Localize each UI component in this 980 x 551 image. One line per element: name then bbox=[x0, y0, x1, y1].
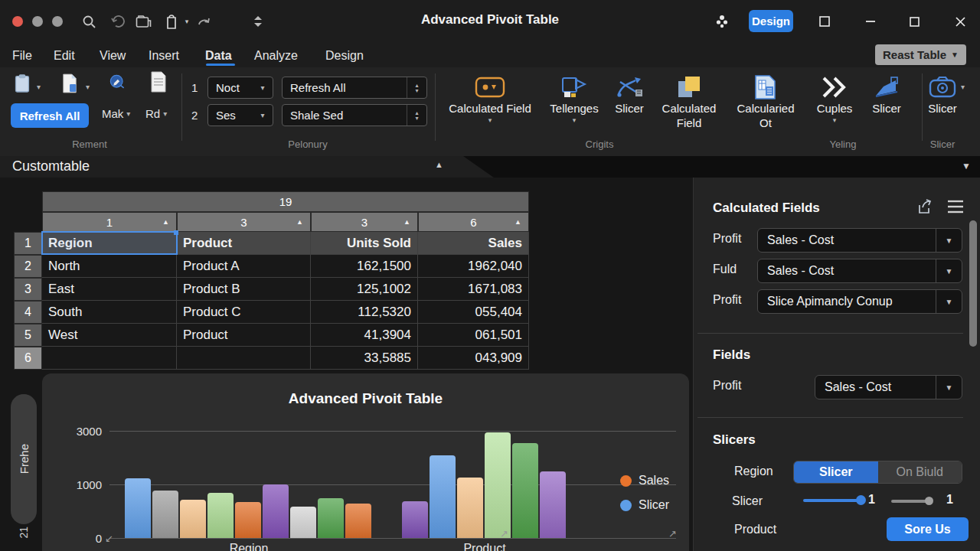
selected-cell[interactable] bbox=[41, 231, 178, 255]
vertical-scrollbar[interactable] bbox=[969, 220, 977, 347]
refresh-all-dropdown[interactable]: Refresh All▴▾ bbox=[282, 77, 427, 99]
column-header-3[interactable]: 3▲ bbox=[311, 212, 418, 232]
minimize-icon[interactable] bbox=[862, 13, 879, 30]
new-page-icon[interactable] bbox=[61, 75, 78, 92]
table-cell[interactable]: 125,1002 bbox=[311, 278, 418, 301]
sore-us-button[interactable]: Sore Us bbox=[887, 517, 969, 541]
clipboard-icon[interactable] bbox=[163, 13, 180, 30]
clover-icon[interactable] bbox=[714, 13, 730, 30]
table-cell[interactable] bbox=[42, 347, 177, 370]
tab-collapse-icon[interactable]: ▲ bbox=[435, 160, 443, 169]
slicer-slider-gray-thumb[interactable] bbox=[925, 497, 933, 505]
shale-sed-dropdown[interactable]: Shale Sed▴▾ bbox=[282, 104, 427, 126]
menu-item-file[interactable]: File bbox=[12, 46, 32, 65]
refresh-all-button[interactable]: Refresh All bbox=[11, 103, 89, 128]
menu-item-view[interactable]: View bbox=[100, 46, 126, 65]
table-cell[interactable]: 055,404 bbox=[418, 301, 529, 324]
paste-dropdown-icon[interactable]: ▾ bbox=[37, 83, 41, 91]
table-cell[interactable]: 33,5885 bbox=[311, 347, 418, 370]
calc-field-1-dropdown[interactable]: Sales - Cost▼ bbox=[757, 259, 962, 283]
noct-dropdown[interactable]: Noct▾ bbox=[207, 77, 273, 99]
field-0-dropdown[interactable]: Sales - Cost▼ bbox=[815, 375, 962, 399]
export-icon[interactable] bbox=[916, 197, 934, 219]
calc-field-2-dropdown[interactable]: Slice Apimancly Conup▼ bbox=[757, 289, 962, 314]
restore-icon[interactable] bbox=[816, 13, 833, 30]
zoom-traffic-light[interactable] bbox=[52, 16, 63, 27]
column-header-2[interactable]: 3▲ bbox=[177, 212, 311, 232]
menu-item-edit[interactable]: Edit bbox=[54, 46, 75, 65]
segment-on-biuld[interactable]: On Biuld bbox=[878, 461, 962, 483]
table-cell[interactable]: South bbox=[42, 301, 177, 324]
table-cell[interactable]: Sales bbox=[418, 232, 529, 255]
table-cell[interactable]: 1671,083 bbox=[418, 278, 529, 301]
ses-dropdown[interactable]: Ses▾ bbox=[207, 104, 273, 126]
table-cell[interactable]: Units Sold bbox=[311, 232, 418, 255]
table-cell[interactable]: Product C bbox=[177, 301, 311, 324]
row-header-4[interactable]: 4 bbox=[14, 301, 42, 324]
undo-icon[interactable] bbox=[109, 13, 126, 30]
close-icon[interactable] bbox=[952, 13, 969, 30]
table-cell[interactable]: 41,3904 bbox=[311, 324, 418, 347]
table-cell[interactable]: West bbox=[42, 324, 177, 347]
reast-table-button[interactable]: Reast Table▼ bbox=[875, 44, 966, 65]
bar bbox=[512, 443, 538, 538]
slicer-slider-gray[interactable] bbox=[891, 500, 929, 503]
table-cell[interactable]: 061,501 bbox=[418, 324, 529, 347]
sort-icon[interactable] bbox=[250, 13, 266, 30]
bar bbox=[318, 498, 344, 538]
merged-column-header[interactable]: 19 bbox=[42, 191, 529, 212]
table-cell[interactable]: 043,909 bbox=[418, 347, 529, 370]
y-axis-tick-label: 0 bbox=[57, 532, 102, 545]
table-cell[interactable]: 162,1500 bbox=[311, 255, 418, 278]
menu-item-analyze[interactable]: Analyze bbox=[254, 46, 298, 65]
vertical-tab-frehe[interactable]: Frehe bbox=[11, 394, 37, 524]
mak-button[interactable]: Mak▾ bbox=[102, 107, 130, 120]
table-cell[interactable]: 112,5320 bbox=[311, 301, 418, 324]
tabstrip-chevron-down-icon[interactable]: ▼ bbox=[962, 161, 971, 171]
rd-icon[interactable] bbox=[150, 73, 167, 90]
table-cell[interactable] bbox=[177, 347, 311, 370]
new-page-dropdown-icon[interactable]: ▾ bbox=[86, 83, 90, 91]
mak-icon[interactable] bbox=[109, 73, 126, 90]
slicer-slider-blue[interactable] bbox=[803, 499, 861, 502]
redo-icon[interactable] bbox=[195, 13, 212, 30]
calc-field-0-dropdown[interactable]: Sales - Cost▼ bbox=[757, 228, 962, 253]
column-header-4[interactable]: 6▲ bbox=[418, 212, 529, 232]
search-icon[interactable] bbox=[80, 13, 97, 30]
y-axis-tick-label: 3000 bbox=[57, 425, 102, 438]
table-cell[interactable]: East bbox=[42, 278, 177, 301]
row-header-1[interactable]: 1 bbox=[14, 232, 42, 255]
paste-clipboard-icon[interactable] bbox=[14, 75, 31, 92]
table-cell[interactable]: Product B bbox=[177, 278, 311, 301]
rd-button[interactable]: Rd▾ bbox=[145, 107, 167, 120]
segment-slicer-active[interactable]: Slicer bbox=[794, 461, 878, 483]
table-cell[interactable]: 1962,040 bbox=[418, 255, 529, 278]
minimize-traffic-light[interactable] bbox=[32, 16, 43, 27]
row-header-2[interactable]: 2 bbox=[14, 255, 42, 278]
row-header-6[interactable]: 6 bbox=[14, 347, 42, 370]
row-header-5[interactable]: 5 bbox=[14, 324, 42, 347]
ribbon-button-calculated-field[interactable]: Calculated Field▾ bbox=[448, 73, 532, 124]
row-header-3[interactable]: 3 bbox=[14, 278, 42, 301]
close-traffic-light[interactable] bbox=[12, 16, 23, 27]
column-header-1[interactable]: 1▲ bbox=[42, 212, 177, 232]
table-cell[interactable]: Product bbox=[177, 324, 311, 347]
bar bbox=[485, 432, 511, 538]
table-cell[interactable]: Product A bbox=[177, 255, 311, 278]
clipboard-dropdown-icon[interactable]: ▾ bbox=[181, 13, 192, 30]
chevron-down-icon[interactable]: ▾ bbox=[961, 83, 965, 91]
maximize-icon[interactable] bbox=[906, 13, 923, 30]
ribbon-button-label: Calcularied Ot bbox=[737, 101, 794, 130]
menu-item-design[interactable]: Design bbox=[325, 46, 364, 65]
slicer-slider-blue-thumb[interactable] bbox=[856, 495, 866, 505]
folder-icon[interactable] bbox=[135, 13, 152, 30]
table-cell[interactable]: Product bbox=[177, 232, 311, 255]
ribbon-button-label: Calculated Field bbox=[662, 101, 717, 130]
list-menu-icon[interactable] bbox=[946, 199, 965, 217]
ribbon-button-slicer[interactable]: Slicer bbox=[900, 73, 980, 116]
menu-item-insert[interactable]: Insert bbox=[149, 46, 179, 65]
ribbon-button-calculated-field[interactable]: Calculated Field bbox=[647, 73, 731, 130]
menu-item-data[interactable]: Data bbox=[205, 46, 232, 65]
table-cell[interactable]: North bbox=[42, 255, 177, 278]
design-button[interactable]: Design bbox=[749, 10, 793, 32]
